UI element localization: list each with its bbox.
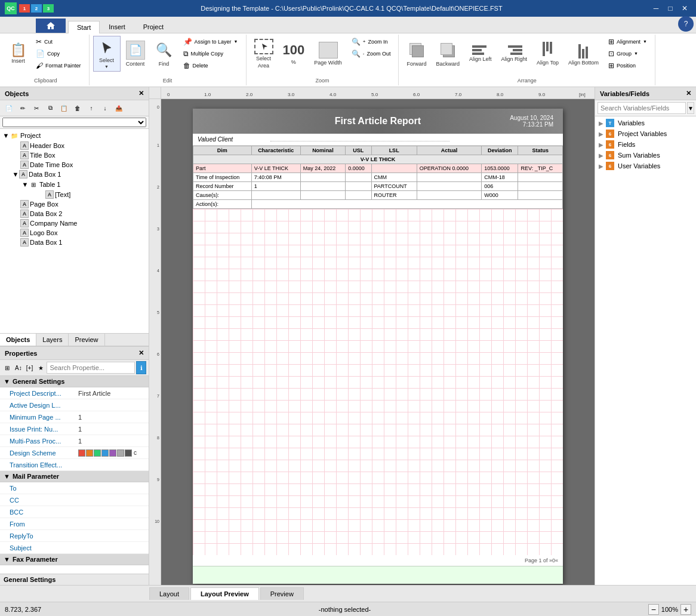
canvas-scroll[interactable]: First Article Report August 10, 2024 7:1… [161,99,595,585]
align-left-button[interactable]: Align Left [465,36,496,72]
vf-item-project-variables[interactable]: ▶ 6 Project Variables [595,128,696,139]
props-star-button[interactable]: ★ [36,361,46,374]
tab-objects[interactable]: Objects [0,334,36,346]
tab-start[interactable]: Start [68,21,100,33]
zoom-out-button[interactable]: 🔍 - Zoom Out [347,48,395,59]
vf-filter-button[interactable]: ▼ [687,102,694,114]
minimize-button[interactable]: ─ [649,3,663,14]
th-nominal: Nominal [300,146,345,155]
tab-layout[interactable]: Layout [149,587,189,600]
tree-item-table-1[interactable]: ▼ ⊞ Table 1 [0,179,149,190]
section-mail-parameter[interactable]: ▼ Mail Parameter [0,471,149,482]
arrange-label: Arrange [399,78,654,84]
zoom-in-status-button[interactable]: + [680,604,691,615]
assign-layer-button[interactable]: 📌 Assign to Layer ▼ [179,36,242,47]
forward-button[interactable]: Forward [402,36,430,72]
section-general-settings[interactable]: ▼ General Settings [0,376,149,387]
ruler-mark-1: 1.0 [204,92,211,97]
group-button[interactable]: ⊡ Group ▼ [604,48,651,59]
client-line [270,141,449,141]
obj-up-button[interactable]: ↑ [85,101,98,115]
vf-label-sum-variables: Sum Variables [618,152,660,159]
insert-button[interactable]: 📋 Insert [6,36,30,72]
help-button[interactable]: ? [678,16,694,32]
props-expand-button[interactable]: [+] [24,361,35,374]
props-sort-alpha-button[interactable]: A↕ [14,361,24,374]
tree-item-text[interactable]: A [Text] [0,190,149,199]
zoom-100-button[interactable]: 100 % [279,36,309,72]
obj-new-button[interactable]: 📄 [2,101,16,115]
zoom-out-status-button[interactable]: − [648,604,659,615]
obj-paste-button[interactable]: 📋 [57,101,70,115]
close-vf-button[interactable]: ✕ [686,90,691,97]
zoom-in-button[interactable]: 🔍 + Zoom In [347,36,395,47]
position-button[interactable]: ⊞ Position [604,60,651,71]
vf-item-user-variables[interactable]: ▶ 6 User Variables [595,161,696,171]
tree-item-project[interactable]: ▼ 📁 Project [0,130,149,141]
close-properties-button[interactable]: ✕ [138,349,144,357]
tree-item-header-box[interactable]: A Header Box [0,141,149,150]
align-right-button[interactable]: Align Right [497,36,532,72]
maximize-button[interactable]: □ [664,3,677,14]
tab-layout-preview[interactable]: Layout Preview [190,587,259,600]
cell-record-label: Record Number [193,182,252,191]
page-width-button[interactable]: Page Width [310,36,346,72]
vf-label-user-variables: User Variables [618,162,660,170]
align-bottom-button[interactable]: Align Bottom [564,36,603,72]
left-panel-tabs: Objects Layers Preview [0,333,149,346]
vertical-ruler: 0 1 2 3 4 5 6 7 8 9 10 [149,99,161,585]
vf-search-input[interactable] [598,102,686,114]
tab-preview[interactable]: Preview [69,334,104,346]
vf-item-variables[interactable]: ▶ T Variables [595,118,696,128]
vf-item-sum-variables[interactable]: ▶ 6 Sum Variables [595,150,696,161]
select-area-icon [254,39,273,54]
tab-preview[interactable]: Preview [260,587,304,600]
props-search-input[interactable] [47,362,135,374]
obj-cut-button[interactable]: ✂ [30,101,43,115]
tree-item-company-name[interactable]: A Company Name [0,218,149,228]
tree-item-page-box[interactable]: A Page Box [0,199,149,209]
props-info-button[interactable]: ℹ [136,361,146,374]
tree-toggle-table-1[interactable]: ▼ [21,181,29,188]
zoom-label: Zoom [247,78,399,84]
delete-button[interactable]: 🗑 Delete [179,60,242,71]
backward-button[interactable]: Backward [432,36,464,72]
table-data-row-2: Time of Inspection 7:40:08 PM CMM CMM-18 [193,173,563,182]
obj-down-button[interactable]: ↓ [98,101,112,115]
tab-project[interactable]: Project [134,20,173,33]
tree-toggle-project[interactable]: ▼ [2,132,10,139]
select-area-button[interactable]: Select Area [250,36,278,72]
obj-copy-button[interactable]: ⧉ [44,101,57,115]
section-fax-parameter[interactable]: ▼ Fax Parameter [0,554,149,565]
find-button[interactable]: 🔍 Find [150,36,178,72]
props-category-button[interactable]: ⊞ [2,361,13,374]
alignment-button[interactable]: ⊞ Alignment ▼ [604,36,651,47]
vf-item-fields[interactable]: ▶ 6 Fields [595,139,696,150]
objects-search-select[interactable] [2,118,146,127]
obj-delete-button[interactable]: 🗑 [71,101,84,115]
tab-layers[interactable]: Layers [36,334,69,346]
select-button[interactable]: Select ▼ [93,36,121,72]
cut-button[interactable]: ✂ Cut [32,36,85,47]
tree-item-data-box-2[interactable]: A Data Box 2 [0,209,149,218]
cell-v-v: V-V LE THICK [251,164,300,173]
obj-export-button[interactable]: 📤 [112,101,125,115]
multiple-copy-button[interactable]: ⧉ Multiple Copy [179,48,242,59]
tree-item-data-box-1b[interactable]: A Data Box 1 [0,238,149,247]
tree-toggle-data-box-1[interactable]: ▼ [12,171,19,178]
obj-edit-button[interactable]: ✏ [16,101,29,115]
home-tab[interactable] [36,19,66,33]
align-top-button[interactable]: Align Top [532,36,563,72]
tree-item-datetime-box[interactable]: A Date Time Box [0,160,149,170]
format-painter-button[interactable]: 🖌 Format Painter [32,60,85,71]
copy-button[interactable]: 📄 Copy [32,48,85,59]
tree-item-data-box-1[interactable]: ▼ A Data Box 1 [0,170,149,179]
tree-item-logo-box[interactable]: A Logo Box [0,228,149,238]
tree-item-title-box[interactable]: A Title Box [0,150,149,160]
content-button[interactable]: 📄 Content [122,36,149,72]
window-controls[interactable]: ─ □ ✕ [649,3,691,14]
close-button[interactable]: ✕ [678,3,691,14]
tab-insert[interactable]: Insert [100,20,134,33]
vruler-8: 8 [157,436,159,440]
close-objects-button[interactable]: ✕ [138,90,144,97]
